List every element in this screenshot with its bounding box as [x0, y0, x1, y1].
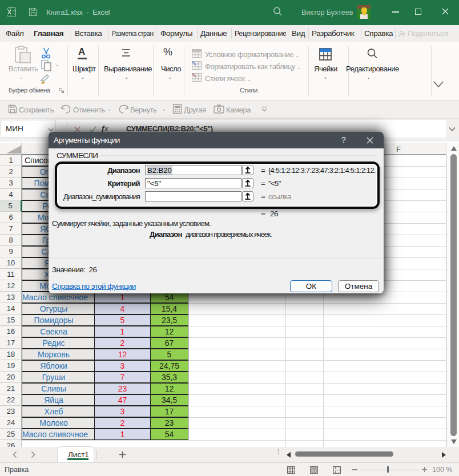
svg-text:X: X — [7, 9, 11, 15]
